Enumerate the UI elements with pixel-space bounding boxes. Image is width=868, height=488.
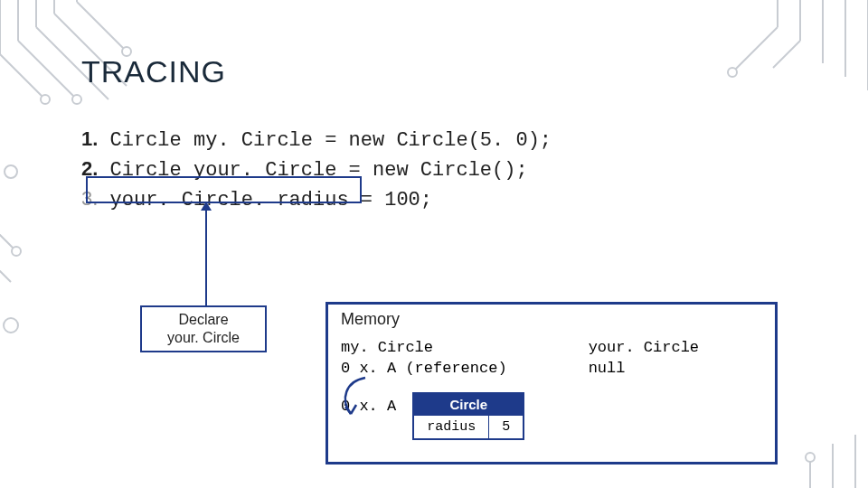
memory-object-field: radius — [414, 415, 488, 438]
memory-object-type: Circle — [414, 394, 523, 415]
code-line-text: Circle my. Circle = new Circle(5. 0); — [110, 129, 552, 152]
memory-var-value: null — [589, 360, 626, 377]
memory-var-name: my. Circle — [341, 339, 433, 356]
declare-label-box: Declare your. Circle — [140, 305, 267, 352]
code-block: 1. Circle my. Circle = new Circle(5. 0);… — [81, 126, 787, 214]
memory-title: Memory — [341, 310, 762, 329]
code-line-number: 2. — [81, 157, 98, 180]
page-title: TRACING — [81, 54, 787, 89]
code-line-number: 1. — [81, 127, 98, 150]
declare-line: your. Circle — [147, 329, 259, 347]
code-line-text: Circle your. Circle = new Circle(); — [110, 159, 528, 182]
memory-address: 0 x. A — [341, 392, 396, 415]
pointer-arrow — [205, 203, 207, 305]
memory-var-name: your. Circle — [589, 339, 699, 356]
declare-line: Declare — [147, 311, 259, 329]
memory-object: Circle radius 5 — [412, 392, 524, 440]
memory-object-value: 5 — [488, 415, 523, 438]
code-line-text: your. Circle. radius = 100; — [110, 189, 432, 211]
memory-box: Memory my. Circle 0 x. A (reference) you… — [326, 302, 778, 465]
memory-var-value: 0 x. A (reference) — [341, 360, 507, 377]
code-line-number: 3. — [81, 187, 98, 210]
